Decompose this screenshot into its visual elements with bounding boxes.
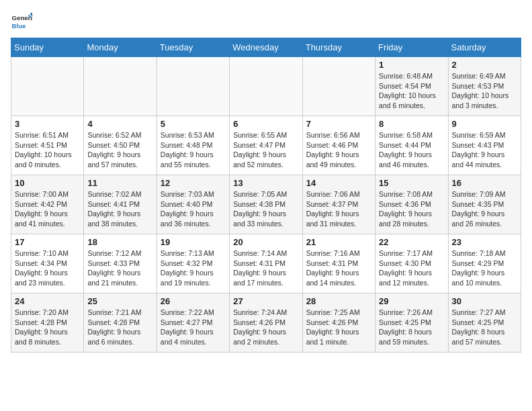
day-number: 11 — [87, 178, 152, 188]
day-cell: 26Sunrise: 7:22 AM Sunset: 4:27 PM Dayli… — [157, 293, 229, 353]
week-row: 17Sunrise: 7:10 AM Sunset: 4:34 PM Dayli… — [11, 234, 521, 293]
day-cell: 21Sunrise: 7:16 AM Sunset: 4:31 PM Dayli… — [302, 234, 375, 293]
calendar-table: SundayMondayTuesdayWednesdayThursdayFrid… — [11, 38, 521, 353]
day-number: 28 — [306, 296, 371, 306]
day-cell — [157, 57, 229, 116]
day-cell: 15Sunrise: 7:08 AM Sunset: 4:36 PM Dayli… — [375, 175, 448, 234]
day-number: 26 — [161, 296, 226, 306]
day-cell: 30Sunrise: 7:27 AM Sunset: 4:25 PM Dayli… — [448, 293, 521, 353]
day-cell: 23Sunrise: 7:18 AM Sunset: 4:29 PM Dayli… — [448, 234, 521, 293]
day-number: 23 — [452, 237, 517, 247]
day-number: 8 — [379, 119, 444, 129]
day-number: 7 — [306, 119, 371, 129]
day-info: Sunrise: 7:05 AM Sunset: 4:38 PM Dayligh… — [233, 189, 298, 229]
day-cell: 16Sunrise: 7:09 AM Sunset: 4:35 PM Dayli… — [448, 175, 521, 234]
day-number: 13 — [233, 178, 298, 188]
day-info: Sunrise: 7:08 AM Sunset: 4:36 PM Dayligh… — [379, 189, 444, 229]
day-number: 1 — [379, 60, 444, 70]
day-number: 6 — [233, 119, 298, 129]
day-info: Sunrise: 7:25 AM Sunset: 4:26 PM Dayligh… — [306, 308, 371, 347]
day-info: Sunrise: 7:00 AM Sunset: 4:42 PM Dayligh… — [15, 189, 80, 229]
day-cell — [302, 57, 375, 116]
day-cell: 9Sunrise: 6:59 AM Sunset: 4:43 PM Daylig… — [448, 116, 521, 175]
col-header-saturday: Saturday — [448, 38, 521, 57]
day-cell: 10Sunrise: 7:00 AM Sunset: 4:42 PM Dayli… — [11, 175, 84, 234]
day-info: Sunrise: 6:52 AM Sunset: 4:50 PM Dayligh… — [87, 130, 152, 170]
day-info: Sunrise: 6:58 AM Sunset: 4:44 PM Dayligh… — [379, 130, 444, 170]
day-info: Sunrise: 7:10 AM Sunset: 4:34 PM Dayligh… — [15, 248, 80, 288]
day-number: 30 — [452, 296, 517, 306]
day-info: Sunrise: 7:14 AM Sunset: 4:31 PM Dayligh… — [233, 248, 298, 288]
day-cell: 8Sunrise: 6:58 AM Sunset: 4:44 PM Daylig… — [375, 116, 448, 175]
day-cell: 18Sunrise: 7:12 AM Sunset: 4:33 PM Dayli… — [84, 234, 157, 293]
page-header: General Blue — [11, 11, 521, 32]
day-info: Sunrise: 7:03 AM Sunset: 4:40 PM Dayligh… — [161, 189, 226, 229]
day-info: Sunrise: 6:49 AM Sunset: 4:53 PM Dayligh… — [452, 71, 517, 111]
day-number: 27 — [233, 296, 298, 306]
week-row: 10Sunrise: 7:00 AM Sunset: 4:42 PM Dayli… — [11, 175, 521, 234]
day-number: 18 — [87, 237, 152, 247]
col-header-wednesday: Wednesday — [230, 38, 302, 57]
day-cell: 5Sunrise: 6:53 AM Sunset: 4:48 PM Daylig… — [157, 116, 229, 175]
week-row: 1Sunrise: 6:48 AM Sunset: 4:54 PM Daylig… — [11, 57, 521, 116]
day-number: 5 — [161, 119, 226, 129]
day-info: Sunrise: 7:21 AM Sunset: 4:28 PM Dayligh… — [87, 308, 152, 347]
day-cell — [230, 57, 302, 116]
day-number: 17 — [15, 237, 80, 247]
day-cell: 4Sunrise: 6:52 AM Sunset: 4:50 PM Daylig… — [84, 116, 157, 175]
day-cell — [11, 57, 84, 116]
day-cell: 14Sunrise: 7:06 AM Sunset: 4:37 PM Dayli… — [302, 175, 375, 234]
day-info: Sunrise: 7:09 AM Sunset: 4:35 PM Dayligh… — [452, 189, 517, 229]
day-info: Sunrise: 7:20 AM Sunset: 4:28 PM Dayligh… — [15, 308, 80, 347]
week-row: 24Sunrise: 7:20 AM Sunset: 4:28 PM Dayli… — [11, 293, 521, 353]
day-cell: 2Sunrise: 6:49 AM Sunset: 4:53 PM Daylig… — [448, 57, 521, 116]
day-cell: 3Sunrise: 6:51 AM Sunset: 4:51 PM Daylig… — [11, 116, 84, 175]
day-info: Sunrise: 7:06 AM Sunset: 4:37 PM Dayligh… — [306, 189, 371, 229]
day-number: 9 — [452, 119, 517, 129]
day-number: 24 — [15, 296, 80, 306]
day-number: 19 — [161, 237, 226, 247]
day-info: Sunrise: 7:24 AM Sunset: 4:26 PM Dayligh… — [233, 308, 298, 347]
day-cell: 22Sunrise: 7:17 AM Sunset: 4:30 PM Dayli… — [375, 234, 448, 293]
day-cell: 1Sunrise: 6:48 AM Sunset: 4:54 PM Daylig… — [375, 57, 448, 116]
day-cell: 27Sunrise: 7:24 AM Sunset: 4:26 PM Dayli… — [230, 293, 302, 353]
day-number: 20 — [233, 237, 298, 247]
day-number: 12 — [161, 178, 226, 188]
day-info: Sunrise: 6:56 AM Sunset: 4:46 PM Dayligh… — [306, 130, 371, 170]
day-number: 4 — [87, 119, 152, 129]
col-header-monday: Monday — [84, 38, 157, 57]
day-info: Sunrise: 7:17 AM Sunset: 4:30 PM Dayligh… — [379, 248, 444, 288]
day-number: 29 — [379, 296, 444, 306]
day-number: 16 — [452, 178, 517, 188]
day-cell: 7Sunrise: 6:56 AM Sunset: 4:46 PM Daylig… — [302, 116, 375, 175]
day-info: Sunrise: 6:53 AM Sunset: 4:48 PM Dayligh… — [161, 130, 226, 170]
day-cell: 20Sunrise: 7:14 AM Sunset: 4:31 PM Dayli… — [230, 234, 302, 293]
day-number: 25 — [87, 296, 152, 306]
day-cell: 29Sunrise: 7:26 AM Sunset: 4:25 PM Dayli… — [375, 293, 448, 353]
day-cell: 28Sunrise: 7:25 AM Sunset: 4:26 PM Dayli… — [302, 293, 375, 353]
col-header-friday: Friday — [375, 38, 448, 57]
day-cell: 6Sunrise: 6:55 AM Sunset: 4:47 PM Daylig… — [230, 116, 302, 175]
day-number: 22 — [379, 237, 444, 247]
day-info: Sunrise: 6:55 AM Sunset: 4:47 PM Dayligh… — [233, 130, 298, 170]
day-cell: 13Sunrise: 7:05 AM Sunset: 4:38 PM Dayli… — [230, 175, 302, 234]
day-info: Sunrise: 6:59 AM Sunset: 4:43 PM Dayligh… — [452, 130, 517, 170]
day-info: Sunrise: 6:51 AM Sunset: 4:51 PM Dayligh… — [15, 130, 80, 170]
day-cell: 19Sunrise: 7:13 AM Sunset: 4:32 PM Dayli… — [157, 234, 229, 293]
day-number: 15 — [379, 178, 444, 188]
day-info: Sunrise: 7:13 AM Sunset: 4:32 PM Dayligh… — [161, 248, 226, 288]
logo: General Blue — [11, 11, 35, 32]
day-info: Sunrise: 7:12 AM Sunset: 4:33 PM Dayligh… — [87, 248, 152, 288]
day-number: 21 — [306, 237, 371, 247]
day-info: Sunrise: 6:48 AM Sunset: 4:54 PM Dayligh… — [379, 71, 444, 111]
day-cell: 12Sunrise: 7:03 AM Sunset: 4:40 PM Dayli… — [157, 175, 229, 234]
day-info: Sunrise: 7:02 AM Sunset: 4:41 PM Dayligh… — [87, 189, 152, 229]
day-number: 14 — [306, 178, 371, 188]
col-header-tuesday: Tuesday — [157, 38, 229, 57]
day-number: 10 — [15, 178, 80, 188]
day-number: 2 — [452, 60, 517, 70]
day-info: Sunrise: 7:22 AM Sunset: 4:27 PM Dayligh… — [161, 308, 226, 347]
logo-icon: General Blue — [11, 11, 32, 32]
day-cell: 24Sunrise: 7:20 AM Sunset: 4:28 PM Dayli… — [11, 293, 84, 353]
day-cell: 17Sunrise: 7:10 AM Sunset: 4:34 PM Dayli… — [11, 234, 84, 293]
